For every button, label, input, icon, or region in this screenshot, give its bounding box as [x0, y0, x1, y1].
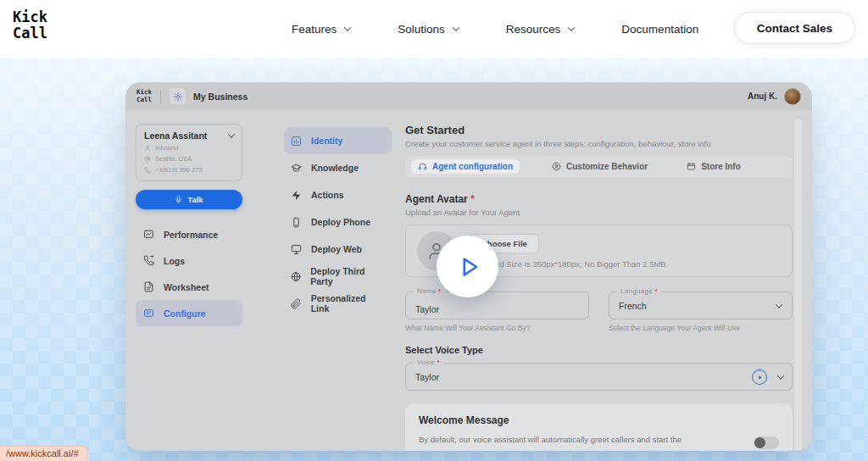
voice-field-label: Voice * — [414, 358, 443, 366]
mic-icon — [175, 196, 182, 203]
assistant-selector[interactable]: Leena Assitant — [144, 131, 234, 141]
hero-section: Kick Call My Business Anuj K. Leena Assi… — [0, 58, 868, 461]
behavior-icon — [552, 162, 561, 171]
tab-label: Store Info — [701, 162, 741, 171]
agent-icon — [418, 162, 427, 171]
nav-item-documentation[interactable]: Documentation — [621, 23, 698, 36]
sidebar-item-configure[interactable]: Configure — [136, 300, 242, 326]
config-nav-label: Personalized Link — [311, 293, 385, 314]
tab-customize-behavior[interactable]: Customize Behavior — [545, 159, 654, 174]
tab-store-info[interactable]: Store Info — [680, 159, 748, 174]
contact-sales-button[interactable]: Contact Sales — [734, 12, 855, 44]
sidebar-item-worksheet[interactable]: Worksheet — [136, 274, 242, 300]
nav-item-label: Features — [292, 23, 337, 36]
app-window: Kick Call My Business Anuj K. Leena Assi… — [125, 82, 812, 451]
voice-section-title: Select Voice Type — [405, 345, 793, 355]
tab-label: Agent configuration — [432, 162, 513, 171]
app-logo[interactable]: Kick Call — [136, 89, 152, 103]
avatar[interactable] — [784, 88, 801, 105]
nav-item-label: Documentation — [621, 23, 698, 36]
toggle-knob — [754, 437, 765, 448]
avatar-section-hint: Upload an Avatar for Your Agent — [405, 208, 793, 217]
page-title: Get Started — [405, 124, 793, 136]
logs-icon — [143, 255, 154, 266]
language-field-helper: Select the Language Your Agent Will Use — [609, 324, 793, 332]
assistant-type-row: Inbound — [144, 144, 234, 152]
config-nav-label: Deploy Third Party — [310, 266, 385, 286]
chevron-down-icon — [777, 372, 784, 379]
config-nav-deploy-web[interactable]: Deploy Web — [284, 236, 392, 263]
name-field-helper: What Name Will Your Assistant Go By? — [405, 324, 589, 332]
config-nav-label: Actions — [311, 190, 344, 200]
config-nav-label: Deploy Phone — [311, 217, 370, 227]
topbar-divider — [160, 90, 161, 103]
scrollbar[interactable] — [794, 119, 802, 451]
config-nav-identity[interactable]: Identity — [284, 127, 392, 154]
sidebar-item-label: Configure — [164, 308, 206, 319]
tab-bar: Agent configuration Customize Behavior S… — [405, 156, 793, 177]
welcome-toggle[interactable] — [754, 436, 779, 449]
voice-preview-play-button[interactable] — [752, 369, 767, 385]
user-name: Anuj K. — [748, 92, 777, 101]
name-field-label: Name * — [414, 287, 445, 295]
tab-label: Customize Behavior — [566, 162, 648, 171]
tab-agent-configuration[interactable]: Agent configuration — [411, 159, 520, 174]
user-icon — [144, 145, 151, 152]
sidebar-item-label: Worksheet — [164, 282, 209, 292]
workspace-name[interactable]: My Business — [193, 92, 248, 102]
voice-field[interactable]: Voice * Taylor — [405, 363, 793, 391]
site-nav: Features Solutions Resources Documentati… — [292, 0, 698, 58]
assistant-name: Leena Assitant — [144, 131, 207, 141]
welcome-title: Welcome Message — [419, 414, 779, 426]
required-asterisk: * — [470, 193, 475, 205]
avatar-label-text: Agent Avatar — [405, 193, 468, 205]
sidebar-item-logs[interactable]: Logs — [136, 247, 242, 274]
app-topbar: Kick Call My Business Anuj K. — [125, 82, 812, 110]
site-logo[interactable]: Kick Call — [13, 9, 47, 42]
identity-icon — [291, 136, 302, 147]
nav-item-label: Solutions — [398, 23, 445, 36]
assistant-phone: +1(619) 396-273 — [155, 166, 203, 174]
config-nav-label: Deploy Web — [311, 244, 362, 254]
play-icon — [457, 254, 482, 280]
config-nav-label: Knowledge — [311, 163, 359, 173]
video-play-button[interactable] — [437, 236, 498, 297]
configure-icon — [143, 308, 154, 319]
assistant-type: Inbound — [155, 144, 178, 152]
gear-icon[interactable] — [170, 88, 186, 104]
play-icon — [757, 375, 763, 380]
chevron-down-icon — [453, 24, 459, 31]
fields-row: Name * What Name Will Your Assistant Go … — [405, 292, 793, 332]
config-nav-actions[interactable]: Actions — [284, 181, 392, 208]
chevron-down-icon — [344, 24, 351, 31]
size-note: Proposed Size Is 350px*180px, No Bigger … — [470, 259, 668, 269]
performance-icon — [143, 229, 154, 240]
site-logo-line2: Call — [13, 25, 47, 42]
nav-item-features[interactable]: Features — [292, 23, 350, 36]
language-field-label: Language * — [617, 287, 661, 295]
config-nav-deploy-phone[interactable]: Deploy Phone — [284, 208, 392, 236]
language-value: French — [609, 292, 792, 311]
map-pin-icon — [144, 156, 151, 163]
name-field[interactable]: Name * — [405, 292, 589, 319]
talk-button[interactable]: Talk — [136, 190, 242, 209]
store-icon — [687, 162, 696, 171]
avatar-section-label: Agent Avatar * — [405, 193, 793, 205]
language-field[interactable]: Language * French — [609, 292, 793, 319]
nav-item-solutions[interactable]: Solutions — [398, 23, 459, 36]
personalized-link-icon — [291, 298, 302, 309]
talk-button-label: Talk — [187, 195, 203, 204]
page-subtitle: Create your customer service agent in th… — [405, 139, 793, 148]
config-nav-knowledge[interactable]: Knowledge — [284, 154, 392, 181]
nav-item-resources[interactable]: Resources — [506, 23, 575, 36]
sidebar: Leena Assitant Inbound Seattle, USA +1(6… — [136, 124, 242, 326]
app-logo-line2: Call — [136, 97, 152, 104]
config-nav-personalized-link[interactable]: Personalized Link — [284, 290, 392, 317]
worksheet-icon — [143, 281, 154, 292]
chevron-down-icon — [228, 131, 235, 137]
sidebar-item-performance[interactable]: Performance — [136, 221, 242, 247]
name-input[interactable] — [406, 292, 588, 319]
config-nav: Identity Knowledge Actions Deploy Phone … — [284, 127, 392, 317]
config-nav-deploy-third-party[interactable]: Deploy Third Party — [284, 263, 392, 290]
assistant-phone-row: +1(619) 396-273 — [144, 166, 234, 174]
